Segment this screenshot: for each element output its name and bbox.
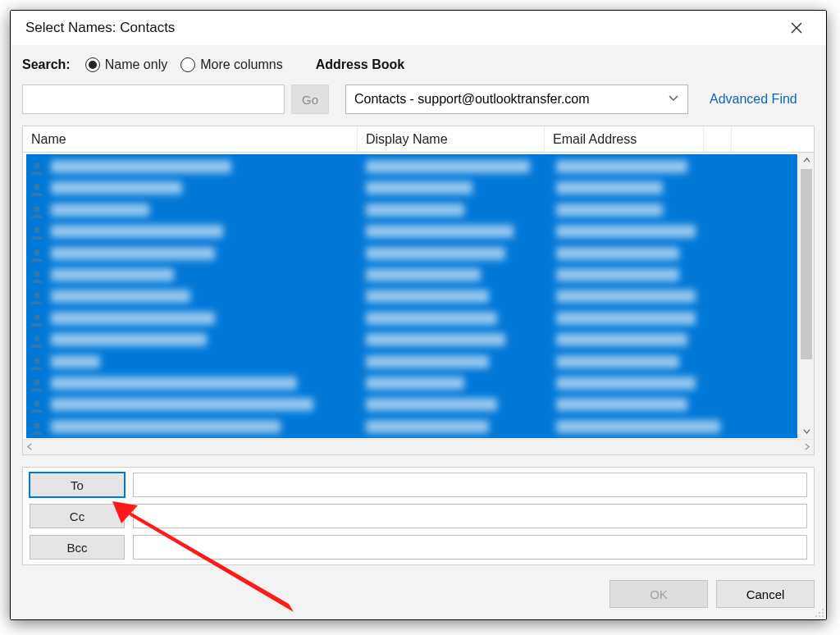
cc-input[interactable] — [133, 504, 807, 528]
redacted-text — [556, 160, 687, 173]
svg-point-6 — [34, 293, 39, 299]
column-name[interactable]: Name — [23, 126, 358, 152]
contacts-table: Name Display Name Email Address /* gener… — [22, 126, 815, 455]
person-icon — [30, 377, 44, 392]
redacted-text — [51, 290, 190, 303]
redacted-text — [366, 160, 530, 173]
table-row[interactable] — [30, 331, 44, 352]
svg-point-18 — [822, 615, 824, 617]
redacted-text — [51, 247, 215, 260]
table-row[interactable] — [30, 374, 44, 395]
scrollbar-thumb[interactable] — [801, 169, 812, 359]
cancel-button[interactable]: Cancel — [716, 580, 815, 608]
person-icon — [30, 226, 44, 240]
person-icon — [30, 182, 44, 197]
search-label: Search: — [22, 57, 71, 72]
table-row[interactable] — [30, 287, 44, 308]
scroll-left-icon[interactable] — [26, 441, 34, 453]
redacted-text — [556, 355, 679, 368]
svg-point-10 — [34, 379, 39, 385]
vertical-scrollbar[interactable] — [798, 153, 814, 439]
go-button[interactable]: Go — [291, 85, 329, 114]
chevron-down-icon — [668, 92, 679, 107]
address-book-selected: Contacts - support@outlooktransfer.com — [354, 92, 590, 107]
horizontal-scrollbar[interactable] — [23, 439, 814, 455]
bcc-button[interactable]: Bcc — [30, 535, 125, 560]
search-input[interactable] — [22, 85, 285, 114]
table-row[interactable] — [30, 244, 44, 266]
bcc-input[interactable] — [133, 535, 807, 560]
cc-button[interactable]: Cc — [30, 504, 125, 528]
redacted-text — [366, 290, 489, 303]
table-row[interactable] — [30, 418, 44, 439]
radio-name-only[interactable]: Name only — [85, 57, 167, 72]
person-icon — [30, 269, 44, 284]
radio-more-columns-label: More columns — [200, 57, 282, 72]
table-row[interactable] — [30, 395, 44, 417]
window-title: Select Names: Contacts — [25, 20, 175, 36]
table-row[interactable] — [30, 222, 44, 244]
person-icon — [30, 161, 44, 176]
redacted-text — [51, 312, 215, 325]
close-icon — [790, 21, 803, 34]
cc-row: Cc — [30, 504, 807, 528]
redacted-text — [366, 225, 514, 238]
redacted-text — [556, 247, 679, 260]
redacted-text — [366, 312, 497, 325]
person-icon — [30, 313, 44, 327]
advanced-find-link[interactable]: Advanced Find — [710, 92, 797, 107]
person-icon — [30, 248, 44, 263]
address-book-select[interactable]: Contacts - support@outlooktransfer.com — [345, 85, 688, 114]
table-header: Name Display Name Email Address — [23, 126, 814, 153]
redacted-text — [556, 290, 696, 303]
table-row[interactable] — [30, 353, 44, 374]
radio-dot-icon — [85, 57, 100, 72]
svg-point-12 — [34, 423, 39, 428]
redacted-text — [556, 203, 663, 217]
redacted-text — [556, 225, 696, 238]
table-row[interactable] — [30, 158, 44, 179]
dialog-actions: OK Cancel — [22, 580, 815, 608]
redacted-text — [366, 377, 464, 390]
column-email[interactable]: Email Address — [545, 126, 704, 152]
to-button[interactable]: To — [30, 473, 125, 497]
svg-point-5 — [34, 271, 39, 276]
column-spacer — [704, 126, 732, 152]
scroll-up-icon[interactable] — [799, 153, 814, 168]
redacted-text — [556, 377, 696, 390]
column-display-name[interactable]: Display Name — [358, 126, 545, 152]
scroll-down-icon[interactable] — [799, 423, 814, 439]
redacted-text — [366, 355, 489, 368]
redacted-text — [51, 160, 231, 173]
redacted-text — [556, 420, 720, 433]
table-row[interactable] — [30, 266, 44, 287]
column-spacer — [732, 126, 814, 152]
ok-button[interactable]: OK — [609, 580, 708, 608]
svg-point-7 — [34, 314, 39, 320]
to-input[interactable] — [133, 473, 807, 497]
svg-point-14 — [819, 612, 820, 614]
bcc-row: Bcc — [30, 535, 807, 560]
scroll-right-icon[interactable] — [803, 441, 810, 453]
titlebar: Select Names: Contacts — [11, 11, 826, 45]
table-row[interactable] — [30, 179, 44, 200]
person-icon — [30, 421, 44, 436]
to-row: To — [30, 473, 807, 497]
table-row[interactable] — [30, 309, 44, 331]
redacted-text — [51, 398, 313, 411]
resize-grip-icon[interactable] — [813, 606, 824, 618]
search-row: Search: Name only More columns Address B… — [22, 53, 815, 76]
table-body[interactable]: /* generated below */ — [23, 153, 814, 439]
redacted-text — [366, 181, 472, 194]
svg-point-4 — [34, 249, 39, 255]
select-names-dialog: Select Names: Contacts Search: Name only… — [10, 10, 827, 620]
redacted-text — [51, 377, 297, 390]
radio-name-only-label: Name only — [105, 57, 167, 72]
address-book-label: Address Book — [316, 57, 404, 72]
table-row[interactable] — [30, 201, 44, 222]
radio-more-columns[interactable]: More columns — [180, 57, 282, 72]
redacted-text — [366, 247, 505, 260]
svg-point-11 — [34, 401, 39, 407]
redacted-text — [51, 268, 174, 281]
close-button[interactable] — [778, 13, 815, 43]
